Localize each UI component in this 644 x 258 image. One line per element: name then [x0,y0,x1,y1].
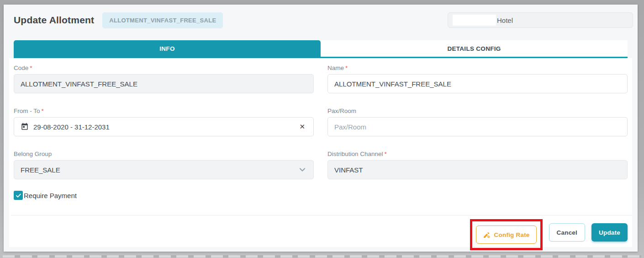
hotel-label: Hotel [497,16,513,24]
from-to-label: From - To* [14,108,314,114]
name-field: Name* [327,64,628,93]
page-title: Update Allotment [14,15,94,26]
chevron-down-icon [298,165,307,174]
required-asterisk: * [385,150,387,157]
required-asterisk: * [345,64,348,71]
pax-room-field: Pax/Room [327,108,628,136]
redacted-hotel-name [453,15,496,26]
date-range-input[interactable]: 29-08-2020 - 31-12-2031 ✕ [14,117,314,136]
belong-group-select[interactable]: FREE_SALE [14,160,314,179]
background-dashed-edge [3,255,641,258]
distribution-channel-input[interactable] [327,160,628,179]
name-input[interactable] [327,74,628,93]
config-rate-button[interactable]: Config Rate [476,226,537,244]
belong-group-field: Belong Group FREE_SALE [14,150,314,179]
require-payment-checkbox[interactable] [14,191,23,200]
required-asterisk: * [30,64,32,71]
tab-bar: INFO DETAILS CONFIG [14,40,628,58]
belong-group-value: FREE_SALE [21,166,60,174]
distribution-channel-field: Distribution Channel* [327,150,628,179]
name-label: Name* [327,64,628,71]
required-asterisk: * [42,108,44,114]
hotel-selector: Hotel [448,12,633,28]
allotment-code-badge: ALLOTMENT_VINFAST_FREE_SALE [102,12,223,28]
update-allotment-panel: Update Allotment ALLOTMENT_VINFAST_FREE_… [4,5,638,252]
code-input[interactable] [14,74,314,93]
belong-group-label: Belong Group [14,150,314,157]
update-button[interactable]: Update [591,223,628,242]
pax-room-label: Pax/Room [327,108,628,114]
clear-date-icon[interactable]: ✕ [297,122,307,132]
calendar-icon [21,123,29,131]
code-field: Code* [14,64,314,93]
config-rate-icon [483,231,491,239]
pax-room-input[interactable] [327,117,628,136]
check-icon [15,192,22,199]
form: Code* From - To* 29-08-2020 - 31-12-2031 [14,64,628,200]
footer-actions: Config Rate Cancel Update [14,215,628,248]
tab-info[interactable]: INFO [14,40,321,57]
header: Update Allotment ALLOTMENT_VINFAST_FREE_… [14,10,633,30]
info-tab-panel: Code* From - To* 29-08-2020 - 31-12-2031 [9,58,632,247]
tab-details-config[interactable]: DETAILS CONFIG [321,40,628,57]
code-label: Code* [14,64,314,71]
date-range-value: 29-08-2020 - 31-12-2031 [33,123,297,131]
require-payment-label: Require Payment [24,192,77,199]
from-to-field: From - To* 29-08-2020 - 31-12-2031 ✕ [14,108,314,136]
cancel-button[interactable]: Cancel [549,223,585,242]
require-payment-row: Require Payment [14,191,314,200]
annotation-highlight: Config Rate [470,219,543,250]
distribution-channel-label: Distribution Channel* [327,150,628,157]
